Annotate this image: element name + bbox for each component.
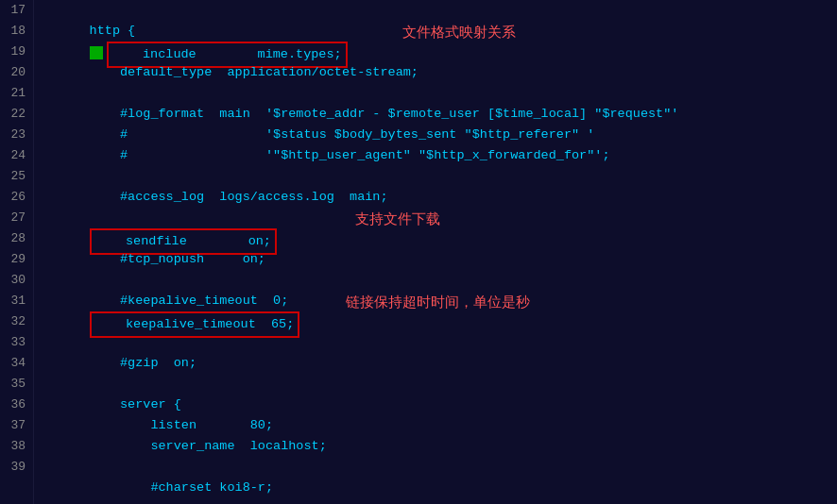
line-num-23: 23 xyxy=(8,125,26,145)
code-editor: 17 18 19 20 21 22 23 24 25 26 27 28 29 3… xyxy=(0,0,837,504)
line-num-22: 22 xyxy=(8,104,26,125)
line-num-31: 31 xyxy=(8,291,26,311)
line-num-19: 19 xyxy=(8,42,26,62)
line-num-20: 20 xyxy=(8,62,26,83)
line-num-32: 32 xyxy=(8,311,26,332)
line-num-21: 21 xyxy=(8,83,26,104)
line-num-27: 27 xyxy=(8,208,26,228)
code-line-35: server { xyxy=(43,374,828,395)
annotation-line31: 链接保持超时时间，单位是秒 xyxy=(346,292,530,312)
line-num-33: 33 xyxy=(8,332,26,353)
line-num-35: 35 xyxy=(8,374,26,395)
code-line-39: #charset koi8-r; xyxy=(43,457,828,478)
line-num-34: 34 xyxy=(8,353,26,374)
line-num-30: 30 xyxy=(8,270,26,291)
code-line-32 xyxy=(43,311,828,332)
annotation-line18: 文件格式映射关系 xyxy=(402,22,516,42)
code-line-30: #keepalive_timeout 0; xyxy=(43,270,828,291)
line-num-18: 18 xyxy=(8,21,26,42)
code-line-23: # '"$http_user_agent" "$http_x_forwarded… xyxy=(43,125,828,145)
code-text: #charset koi8-r; xyxy=(90,480,273,495)
line-num-28: 28 xyxy=(8,228,26,249)
code-line-21: #log_format main '$remote_addr - $remote… xyxy=(43,83,828,104)
line-num-38: 38 xyxy=(8,436,26,457)
code-line-26 xyxy=(43,187,828,208)
line-numbers: 17 18 19 20 21 22 23 24 25 26 27 28 29 3… xyxy=(0,0,34,504)
code-line-29 xyxy=(43,249,828,270)
line-num-25: 25 xyxy=(8,166,26,187)
code-line-22: # '$status $body_bytes_sent "$http_refer… xyxy=(43,104,828,125)
code-line-28: #tcp_nopush on; xyxy=(43,228,828,249)
code-content: http { include mime.types; 文件格式映射关系 defa… xyxy=(34,0,837,504)
code-line-19: default_type application/octet-stream; xyxy=(43,42,828,62)
line-num-36: 36 xyxy=(8,395,26,415)
line-num-29: 29 xyxy=(8,249,26,270)
code-line-18: include mime.types; 文件格式映射关系 xyxy=(43,21,828,42)
code-line-20 xyxy=(43,62,828,83)
line-num-39: 39 xyxy=(8,457,26,478)
code-line-24 xyxy=(43,145,828,166)
code-line-36: listen 80; xyxy=(43,395,828,415)
code-line-34 xyxy=(43,353,828,374)
code-line-38 xyxy=(43,436,828,457)
line-num-26: 26 xyxy=(8,187,26,208)
line-num-24: 24 xyxy=(8,145,26,166)
line-num-37: 37 xyxy=(8,415,26,436)
line-num-17: 17 xyxy=(8,0,26,21)
annotation-line27: 支持文件下载 xyxy=(355,209,440,229)
code-line-37: server_name localhost; xyxy=(43,415,828,436)
code-line-27: sendfile on; 支持文件下载 xyxy=(43,208,828,228)
code-line-17: http { xyxy=(43,0,828,21)
code-line-31: keepalive_timeout 65; 链接保持超时时间，单位是秒 xyxy=(43,291,828,311)
code-line-25: #access_log logs/access.log main; xyxy=(43,166,828,187)
code-line-33: #gzip on; xyxy=(43,332,828,353)
